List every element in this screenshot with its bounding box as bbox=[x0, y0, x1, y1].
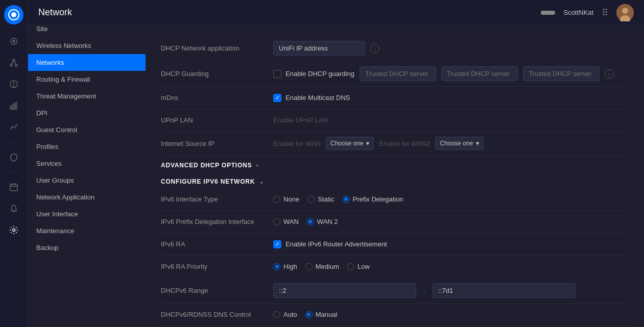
ipv6-wan2-radio[interactable] bbox=[307, 218, 314, 225]
wan-choose-dropdown[interactable]: Choose one ▾ bbox=[326, 137, 374, 150]
dhcp-network-app-label: DHCP Network application bbox=[161, 44, 273, 52]
sidebar-item-maintenance[interactable]: Maintenance bbox=[28, 222, 146, 239]
mdns-text: Enable Multicast DNS bbox=[285, 94, 350, 102]
dhcpv6-dns-control-row: DHCPv6/RDNSS DNS Control Auto Manual bbox=[161, 304, 629, 326]
sidebar-item-services[interactable]: Services bbox=[28, 155, 146, 172]
ipv6-wan-text: WAN bbox=[283, 218, 299, 225]
ipv6-prefix-delegation-control: WAN WAN 2 bbox=[273, 218, 629, 225]
app-logo[interactable] bbox=[4, 5, 23, 24]
rail-icon-calendar[interactable] bbox=[5, 179, 22, 196]
svg-point-24 bbox=[622, 8, 628, 14]
svg-point-6 bbox=[15, 64, 17, 66]
ipv6-wan2-label[interactable]: WAN 2 bbox=[307, 218, 338, 225]
rail-icon-alerts[interactable] bbox=[5, 76, 22, 93]
ipv6-prefix-text: Prefix Delegation bbox=[353, 195, 403, 203]
ipv6-none-radio[interactable] bbox=[273, 196, 280, 203]
ipv6-ra-checkbox-label[interactable]: Enable IPv6 Router Advertisement bbox=[273, 240, 387, 248]
topbar-right: ScottNKat ⠿ bbox=[541, 4, 634, 21]
wan2-choose-dropdown[interactable]: Choose one ▾ bbox=[435, 137, 484, 150]
ra-low-radio[interactable] bbox=[347, 263, 354, 270]
mdns-checkbox-label[interactable]: Enable Multicast DNS bbox=[273, 94, 350, 102]
dns-manual-text: Manual bbox=[316, 311, 338, 318]
svg-point-4 bbox=[13, 59, 15, 61]
ipv6-interface-type-label: IPv6 Interface Type bbox=[161, 195, 273, 203]
rail-icon-settings[interactable] bbox=[5, 221, 22, 239]
sidebar-item-dpi[interactable]: DPI bbox=[28, 105, 146, 121]
wan-choose-label: Choose one bbox=[330, 140, 364, 147]
dhcp-guarding-row: DHCP Guarding Enable DHCP guarding i bbox=[161, 61, 629, 87]
sidebar-item-backup[interactable]: Backup bbox=[28, 239, 146, 256]
ra-medium-label[interactable]: Medium bbox=[305, 263, 339, 270]
ra-low-label[interactable]: Low bbox=[347, 263, 370, 270]
range-dash: - bbox=[421, 287, 427, 294]
ra-medium-radio[interactable] bbox=[305, 263, 313, 270]
dhcp-trusted-3-input[interactable] bbox=[523, 66, 600, 81]
rail-icon-bell[interactable] bbox=[5, 200, 22, 217]
ra-high-label[interactable]: High bbox=[273, 263, 297, 270]
dhcp-network-app-row: DHCP Network application i bbox=[161, 36, 629, 61]
dhcp-trusted-2-input[interactable] bbox=[441, 66, 518, 81]
rail-icon-charts[interactable] bbox=[5, 118, 22, 136]
mdns-checkbox[interactable] bbox=[273, 94, 281, 102]
rail-divider-2 bbox=[8, 172, 20, 172]
rail-icon-home[interactable] bbox=[5, 33, 22, 50]
dns-manual-radio[interactable] bbox=[305, 311, 313, 318]
ipv6-wan-radio[interactable] bbox=[273, 218, 280, 225]
ipv6-prefix-radio[interactable] bbox=[343, 196, 350, 203]
ipv6-static-text: Static bbox=[318, 195, 335, 203]
enable-wan-text: Enable for WAN bbox=[273, 140, 321, 147]
dhcp-network-app-input[interactable] bbox=[273, 41, 365, 56]
configure-ipv6-section[interactable]: CONFIGURE IPV6 NETWORK ⌄ bbox=[161, 172, 629, 188]
dhcp-guarding-info-icon[interactable]: i bbox=[605, 69, 614, 79]
ipv6-ra-label: IPv6 RA bbox=[161, 240, 273, 248]
ipv6-type-radio-group: None Static Prefix Delegation bbox=[273, 195, 403, 203]
dhcp-guarding-checkbox[interactable] bbox=[273, 70, 281, 78]
svg-rect-13 bbox=[13, 104, 14, 109]
apps-grid-icon[interactable]: ⠿ bbox=[602, 7, 608, 18]
svg-line-7 bbox=[11, 61, 14, 64]
dns-manual-label[interactable]: Manual bbox=[305, 311, 338, 318]
sidebar-item-profiles[interactable]: Profiles bbox=[28, 138, 146, 155]
main-content: DHCP Network application i DHCP Guarding… bbox=[146, 26, 644, 327]
ra-high-radio[interactable] bbox=[273, 263, 280, 270]
dhcpv6-range-end-input[interactable] bbox=[433, 283, 576, 298]
ipv6-static-label[interactable]: Static bbox=[307, 195, 335, 203]
advanced-dhcp-section[interactable]: ADVANCED DHCP OPTIONS › bbox=[161, 156, 629, 172]
rail-icon-shield[interactable] bbox=[5, 148, 22, 166]
ipv6-delegation-radio-group: WAN WAN 2 bbox=[273, 218, 338, 225]
rail-icon-topology[interactable] bbox=[5, 54, 22, 71]
dns-auto-radio[interactable] bbox=[273, 311, 280, 318]
sidebar-item-networks[interactable]: Networks bbox=[28, 54, 146, 71]
wan2-chevron-icon: ▾ bbox=[476, 140, 479, 147]
sidebar-item-routing-firewall[interactable]: Routing & Firewall bbox=[28, 71, 146, 88]
ipv6-none-label[interactable]: None bbox=[273, 195, 299, 203]
dhcpv6-range-row: DHCPv6 Range - bbox=[161, 278, 629, 304]
dhcp-guarding-checkbox-label[interactable]: Enable DHCP guarding bbox=[273, 70, 354, 78]
sidebar-item-user-interface[interactable]: User Interface bbox=[28, 206, 146, 222]
upnp-control: Enable UPnP LAN bbox=[273, 116, 629, 124]
dns-auto-label[interactable]: Auto bbox=[273, 311, 297, 318]
svg-point-3 bbox=[13, 40, 15, 43]
avatar[interactable] bbox=[616, 4, 634, 21]
svg-line-8 bbox=[14, 61, 16, 64]
ipv6-wan-label[interactable]: WAN bbox=[273, 218, 299, 225]
sidebar-item-wireless-networks[interactable]: Wireless Networks bbox=[28, 37, 146, 54]
dhcp-network-app-info-icon[interactable]: i bbox=[370, 44, 379, 53]
ipv6-ra-checkbox[interactable] bbox=[273, 240, 281, 248]
dhcp-trusted-1-input[interactable] bbox=[360, 66, 436, 81]
sidebar-item-user-groups[interactable]: User Groups bbox=[28, 172, 146, 189]
ipv6-prefix-label[interactable]: Prefix Delegation bbox=[343, 195, 403, 203]
rail-icon-stats[interactable] bbox=[5, 97, 22, 114]
ipv6-interface-type-row: IPv6 Interface Type None Static Prefix D… bbox=[161, 188, 629, 211]
ipv6-prefix-delegation-label: IPv6 Prefix Delegation Interface bbox=[161, 218, 273, 225]
svg-point-11 bbox=[13, 86, 14, 87]
sidebar-item-network-application[interactable]: Network Application bbox=[28, 189, 146, 206]
ipv6-static-radio[interactable] bbox=[307, 196, 315, 203]
sidebar-item-threat-management[interactable]: Threat Management bbox=[28, 88, 146, 105]
sidebar: SETTINGS Site Wireless Networks Networks… bbox=[28, 0, 146, 327]
mdns-label: mDns bbox=[161, 94, 273, 102]
sidebar-item-guest-control[interactable]: Guest Control bbox=[28, 121, 146, 138]
dhcpv6-range-start-input[interactable] bbox=[273, 283, 416, 298]
svg-rect-17 bbox=[10, 184, 17, 191]
icon-rail bbox=[0, 0, 28, 327]
